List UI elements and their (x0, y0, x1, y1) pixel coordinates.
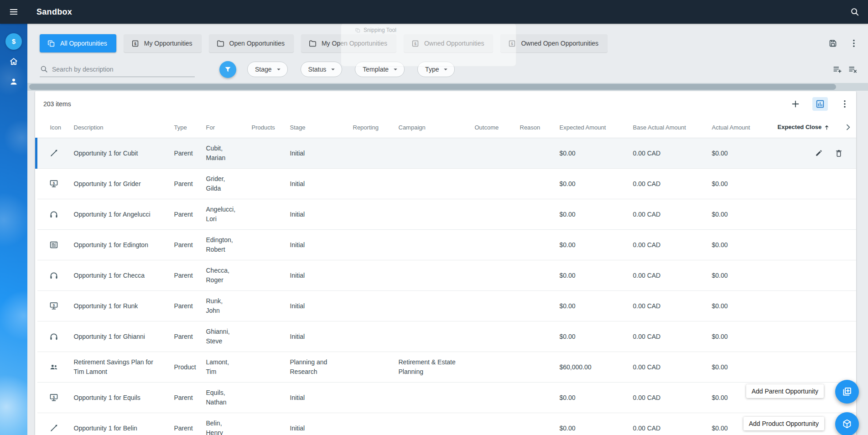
column-header-type[interactable]: Type (167, 117, 199, 138)
column-header-campaign[interactable]: Campaign (391, 117, 468, 138)
scroll-columns-right-button[interactable] (843, 123, 852, 132)
column-header-base-actual-amount[interactable]: Base Actual Amount (626, 117, 705, 138)
column-header-expected-close[interactable]: Expected Close (770, 117, 857, 138)
filter-dropdown-type[interactable]: Type (417, 62, 455, 77)
cell-reporting (346, 169, 391, 199)
add-parent-opportunity-fab[interactable] (835, 380, 859, 404)
filter-dropdown-status[interactable]: Status (301, 62, 343, 77)
table-row[interactable]: Opportunity 1 for GriderParentGrider, Gi… (36, 169, 857, 199)
cell-outcome (468, 321, 513, 352)
cell-outcome (468, 260, 513, 291)
column-header-icon[interactable]: Icon (36, 117, 67, 138)
cell-base-actual-amount: 0.00 CAD (626, 413, 705, 435)
scrollbar-thumb[interactable] (29, 84, 836, 90)
copy-icon (47, 39, 56, 48)
view-chip-my-open-opportunities[interactable]: My Open Opportunities (301, 34, 396, 52)
table-row[interactable]: Opportunity 1 for BelinParentBelin, Henr… (36, 413, 857, 435)
cell-actual-amount: $0.00 (705, 352, 770, 383)
filter-dropdown-stage[interactable]: Stage (247, 62, 288, 77)
view-chip-label: Owned Open Opportunities (521, 40, 598, 47)
headphones-icon (49, 209, 59, 219)
cell-stage: Initial (283, 321, 346, 352)
cell-reason (513, 413, 552, 435)
views-more-menu-button[interactable] (849, 38, 859, 48)
table-row[interactable]: Opportunity 1 for CubitParentCubit, Mari… (36, 138, 857, 169)
search-field (40, 62, 195, 77)
pill-label: Template (363, 66, 389, 73)
column-header-expected-amount[interactable]: Expected Amount (552, 117, 626, 138)
horizontal-scrollbar[interactable] (27, 83, 868, 91)
view-chip-open-opportunities[interactable]: Open Opportunities (209, 34, 294, 52)
view-chip-label: My Opportunities (144, 40, 192, 47)
cell-outcome (468, 169, 513, 199)
cell-description: Opportunity 1 for Equils (67, 383, 167, 413)
sort-ascending-icon (823, 124, 830, 131)
table-row[interactable]: Opportunity 1 for CheccaParentChecca, Ro… (36, 260, 857, 291)
column-header-reporting[interactable]: Reporting (346, 117, 391, 138)
table-row[interactable]: Opportunity 1 for GhianniParentGhianni, … (36, 321, 857, 352)
delete-row-button[interactable] (834, 149, 843, 158)
sidebar-item-profile[interactable] (5, 73, 22, 90)
pos-icon (49, 301, 59, 311)
cell-reason (513, 169, 552, 199)
cell-expected-close (770, 230, 857, 260)
cell-description: Opportunity 1 for Belin (67, 413, 167, 435)
table-row[interactable]: Opportunity 1 for EquilsParentEquils, Na… (36, 383, 857, 413)
boxdollar-icon (411, 39, 420, 48)
cell-expected-amount: $0.00 (552, 291, 626, 321)
sidebar-item-opportunities[interactable] (5, 33, 22, 50)
cell-expected-close (770, 138, 857, 169)
cell-expected-amount: $0.00 (552, 413, 626, 435)
column-header-stage[interactable]: Stage (283, 117, 346, 138)
table-row[interactable]: Opportunity 1 for AngelucciParentAngeluc… (36, 199, 857, 230)
table-row[interactable]: Opportunity 1 for RunkParentRunk, JohnIn… (36, 291, 857, 321)
search-icon (850, 7, 860, 17)
table-row[interactable]: Opportunity 1 for EdingtonParentEdington… (36, 230, 857, 260)
grid-more-menu-button[interactable] (840, 99, 850, 109)
cell-reason (513, 291, 552, 321)
view-chips: All OpportunitiesMy OpportunitiesOpen Op… (40, 34, 608, 52)
cell-expected-amount: $0.00 (552, 138, 626, 169)
view-chip-owned-opportunities[interactable]: Owned Opportunities (404, 34, 494, 52)
chart-view-toggle[interactable] (812, 97, 828, 111)
column-header-for[interactable]: For (199, 117, 244, 138)
add-product-opportunity-fab[interactable] (835, 412, 859, 435)
menu-button[interactable] (0, 0, 27, 24)
view-chip-my-opportunities[interactable]: My Opportunities (124, 34, 202, 52)
view-chip-all-opportunities[interactable]: All Opportunities (40, 34, 116, 52)
cell-base-actual-amount: 0.00 CAD (626, 291, 705, 321)
add-filter-rule-button[interactable] (832, 64, 842, 74)
column-header-description[interactable]: Description (67, 117, 167, 138)
cell-reason (513, 138, 552, 169)
sidebar-item-home[interactable] (5, 53, 22, 70)
search-input[interactable] (52, 66, 195, 73)
cell-actual-amount: $0.00 (705, 291, 770, 321)
cell-actual-amount: $0.00 (705, 199, 770, 230)
cell-description: Opportunity 1 for Grider (67, 169, 167, 199)
column-header-actual-amount[interactable]: Actual Amount (705, 117, 770, 138)
save-view-button[interactable] (828, 38, 838, 48)
chevron-right-icon (843, 123, 852, 132)
view-chip-owned-open-opportunities[interactable]: Owned Open Opportunities (500, 34, 608, 52)
cell-outcome (468, 291, 513, 321)
cell-expected-close (770, 199, 857, 230)
column-header-products[interactable]: Products (244, 117, 283, 138)
clear-filter-rules-button[interactable] (848, 64, 858, 74)
filter-dropdown-template[interactable]: Template (355, 62, 405, 77)
cell-type: Parent (167, 138, 199, 169)
add-item-button[interactable] (790, 99, 800, 109)
edit-row-button[interactable] (814, 149, 823, 158)
column-header-reason[interactable]: Reason (513, 117, 552, 138)
table-row[interactable]: Retirement Savings Plan for Tim LamontPr… (36, 352, 857, 383)
cell-reporting (346, 230, 391, 260)
boxdollar-icon (131, 39, 140, 48)
sidebar (0, 24, 27, 435)
cell-actual-amount: $0.00 (705, 260, 770, 291)
global-search-button[interactable] (850, 7, 860, 17)
filter-button[interactable] (219, 61, 236, 78)
column-header-outcome[interactable]: Outcome (468, 117, 513, 138)
tooltip-add-product-opportunity: Add Product Opportunity (743, 417, 824, 430)
cell-expected-close (770, 169, 857, 199)
cell-products (244, 383, 283, 413)
cell-campaign (391, 383, 468, 413)
